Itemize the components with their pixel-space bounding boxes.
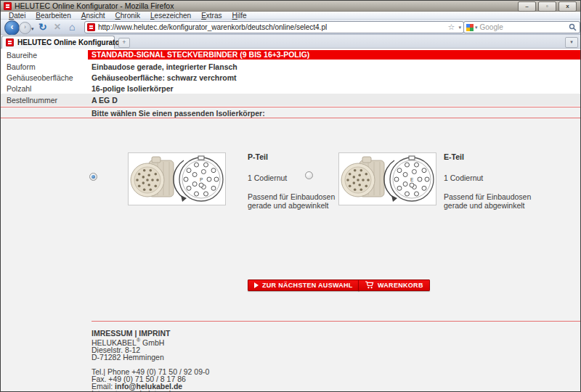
company-name: HELUKABEL® GmbH [92,337,269,346]
config-value: 16-polige Isolierkörper [88,84,580,93]
menu-hilfe[interactable]: Hilfe [228,12,251,20]
reload-icon[interactable]: ↻ [38,21,47,33]
menu-extras[interactable]: Extras [197,12,226,20]
p-teil-product-image: P [128,152,226,205]
new-tab-button[interactable]: + [118,38,130,48]
address-line: Dieselstr. 8-12 [92,346,269,354]
stop-icon[interactable]: ✕ [54,22,61,32]
phone-line: Tel.| Phone +49 (0) 71 50 / 92 09-0 [92,368,269,375]
close-button[interactable]: x [558,1,577,12]
minimize-button[interactable]: – [518,1,536,12]
config-label: Bestellnummer [1,96,88,105]
series-banner: STANDARD-SIGNAL STECKVERBINDER (9 BIS 16… [88,50,580,60]
imprint-footer: IMRESSUM | IMPRINT HELUKABEL® GmbH Diese… [92,330,269,392]
address-line: D-71282 Hemmingen [92,354,269,361]
config-row-bauform: Bauform Einbaudose gerade, integrierter … [1,62,580,71]
tab-helutec-konfigurator[interactable]: HELUTEC Online Konfigurator [1,36,115,49]
divider [92,321,580,322]
next-selection-button[interactable]: ZUR NÄCHSTEN AUSWAHL [248,279,359,291]
url-dropdown-icon[interactable]: ▾ [458,25,461,30]
product-coding: 1 Codiernut [444,173,553,182]
config-value: Gehäuseoberfläche: schwarz verchromt [88,73,580,82]
config-label: Polzahl [1,84,88,93]
config-row-gehaeuseoberflaeche: Gehäuseoberfläche Gehäuseoberfläche: sch… [1,73,580,82]
google-logo-icon [466,24,474,31]
menu-ansicht[interactable]: Ansicht [77,12,110,20]
cart-button[interactable]: WARENKORB [358,279,430,291]
bookmark-star-icon[interactable]: ☆ [448,23,455,32]
tab-bar: HELUTEC Online Konfigurator + ▾ [1,35,580,49]
menu-bearbeiten[interactable]: Bearbeiten [31,12,75,20]
window-title: HELUTEC Online Konfigurator - Mozilla Fi… [15,1,174,10]
url-input[interactable]: http://www.helutec.de/konfigurator_waren… [98,23,446,31]
search-magnifier-icon[interactable] [569,21,577,34]
browser-window: HELUTEC Online Konfigurator - Mozilla Fi… [0,0,581,392]
url-bar[interactable]: http://www.helutec.de/konfigurator_waren… [84,21,464,33]
search-box[interactable]: ▾ Google [463,21,580,33]
forward-button[interactable]: › [19,22,31,34]
maximize-button[interactable]: ▫ [538,1,556,12]
selection-area: P P-Teil 1 Codiernut Passend für Einbaud… [1,118,580,392]
menu-lesezeichen[interactable]: Lesezeichen [146,12,195,20]
menu-chronik[interactable]: Chronik [111,12,145,20]
title-bar[interactable]: HELUTEC Online Konfigurator - Mozilla Fi… [1,1,580,12]
app-icon [4,2,12,10]
home-icon[interactable]: ⌂ [69,21,75,33]
diagram-letter: E [410,177,414,182]
product-name: E-Teil [444,152,553,161]
search-input[interactable]: Google [480,23,569,31]
e-teil-product-image: E [338,152,436,205]
config-row-polzahl: Polzahl 16-polige Isolierkörper [1,84,580,93]
selection-prompt: Bitte wählen Sie einen passenden Isolier… [1,107,580,118]
play-icon [254,282,259,288]
tab-favicon [6,38,14,46]
config-label: Baureihe [1,51,88,60]
menu-bar: Datei Bearbeiten Ansicht Chronik Lesezei… [1,12,580,20]
website-link[interactable]: www.helutec.de [121,389,175,392]
product-fit: Passend für Einbaudosengerade und abgewi… [444,192,553,210]
next-selection-label: ZUR NÄCHSTEN AUSWAHL [262,282,353,289]
config-label: Gehäuseoberfläche [1,73,88,82]
config-row-bestellnummer: Bestellnummer A EG D [1,94,580,106]
cart-label: WARENKORB [378,282,423,289]
page-content: Baureihe STANDARD-SIGNAL STECKVERBINDER … [1,49,580,392]
e-teil-description: E-Teil 1 Codiernut Passend für Einbaudos… [444,152,553,210]
back-button[interactable]: ‹ [4,20,20,36]
radio-p-teil[interactable] [89,173,97,181]
config-value: Einbaudose gerade, integrierter Flansch [88,62,580,71]
tab-title: HELUTEC Online Konfigurator [17,38,122,46]
tab-list-dropdown-icon[interactable]: ▾ [565,37,578,48]
menu-datei[interactable]: Datei [4,12,30,20]
config-label: Bauform [1,62,88,71]
history-dropdown-icon[interactable]: ▾ [31,26,34,32]
navigation-toolbar: ‹ › ▾ ↻ ✕ ⌂ http://www.helutec.de/konfig… [1,20,580,35]
order-number-value: A EG D [88,96,580,105]
config-row-baureihe: Baureihe STANDARD-SIGNAL STECKVERBINDER … [1,50,580,60]
diagram-letter: P [200,177,203,182]
imprint-heading: IMRESSUM | IMPRINT [92,330,269,337]
cart-icon [365,281,374,290]
site-favicon [87,23,95,31]
search-engine-dropdown-icon[interactable]: ▾ [475,25,478,30]
